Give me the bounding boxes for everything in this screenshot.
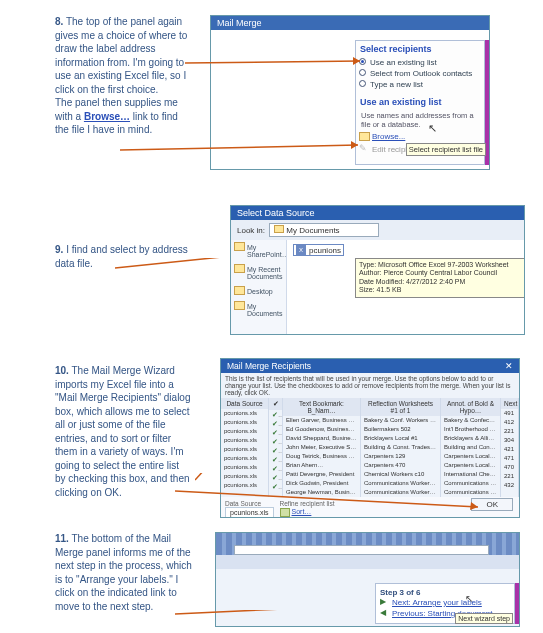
recipients-grid: Data Source pcunions.xlspcunions.xlspcun… <box>221 398 519 497</box>
opt-new-list[interactable]: Type a new list <box>356 79 484 90</box>
mailmerge-title: Mail Merge <box>211 16 489 30</box>
step-11-body: The bottom of the Mail Merge panel infor… <box>55 533 192 612</box>
place-desktop[interactable]: Desktop <box>231 284 286 299</box>
radio-icon[interactable] <box>359 69 366 76</box>
screenshot-11: Step 3 of 6 Next: Arrange your labels Pr… <box>215 532 520 627</box>
lookin-label: Look in: <box>237 226 265 235</box>
ok-button[interactable]: OK <box>471 498 513 511</box>
folder-icon <box>274 225 284 233</box>
mailmerge-pane: Select recipients Use an existing list S… <box>355 40 485 165</box>
sort-link[interactable]: Sort… <box>280 507 335 516</box>
screenshot-8: Mail Merge Select recipients Use an exis… <box>210 15 490 170</box>
step-9-body: I find and select by address data file. <box>55 244 188 269</box>
step-8-number: 8. <box>55 16 63 27</box>
file-pane: Xpcunions Type: Microsoft Office Excel 9… <box>287 240 524 335</box>
lookin-dropdown[interactable]: My Documents <box>269 223 379 237</box>
opt-outlook[interactable]: Select from Outlook contacts <box>356 68 484 79</box>
radio-icon[interactable] <box>359 58 366 65</box>
col-annot[interactable]: Annot. of Bold & Hypo… <box>441 398 500 416</box>
screenshot-9: Select Data Source Look in: My Documents… <box>230 205 525 335</box>
col-data-source[interactable]: Data Source <box>221 398 268 409</box>
cursor-icon: ↖ <box>428 122 437 135</box>
step-10-body: The Mail Merge Wizard imports my Excel f… <box>55 365 191 498</box>
use-existing-sub: Use names and addresses from a file or a… <box>356 110 484 130</box>
excel-icon: X <box>296 245 306 255</box>
place-mydocs[interactable]: My Documents <box>231 299 286 321</box>
next-arrange-labels-link[interactable]: Next: Arrange your labels <box>380 597 510 608</box>
lookin-toolbar: Look in: My Documents <box>231 220 524 240</box>
select-recipients-header: Select recipients <box>356 41 484 57</box>
step-10-number: 10. <box>55 365 69 376</box>
recipients-desc: This is the list of recipients that will… <box>221 373 519 398</box>
step-10-text: 10. The Mail Merge Wizard imports my Exc… <box>0 358 210 518</box>
step-8-text: 8. The top of the panel again gives me a… <box>0 15 210 170</box>
close-icon[interactable]: ✕ <box>505 361 513 371</box>
browse-word: Browse… <box>84 111 130 122</box>
place-recent[interactable]: My Recent Documents <box>231 262 286 284</box>
step-9-text: 9. I find and select by address data fil… <box>0 205 210 335</box>
cursor-icon: ↖ <box>465 593 473 604</box>
col-check[interactable]: ✔ <box>269 398 282 410</box>
opt-existing-list[interactable]: Use an existing list <box>356 57 484 68</box>
label-preview-area <box>216 533 519 569</box>
step-8-para1: The top of the panel again gives me a ch… <box>55 16 187 95</box>
step-9-number: 9. <box>55 244 63 255</box>
col-next[interactable]: Next <box>501 398 518 409</box>
screenshot-10: Mail Merge Recipients✕ This is the list … <box>220 358 520 518</box>
browse-link[interactable]: Browse... <box>356 130 484 143</box>
use-existing-header: Use an existing list <box>356 94 484 110</box>
data-source-box[interactable]: pcunions.xls <box>225 507 274 518</box>
step-11-text: 11. The bottom of the Mail Merge panel i… <box>0 532 210 627</box>
radio-icon[interactable] <box>359 80 366 87</box>
places-bar: My SharePoint… My Recent Documents Deskt… <box>231 240 287 335</box>
select-data-source-title: Select Data Source <box>231 206 524 220</box>
recipients-title: Mail Merge Recipients✕ <box>221 359 519 373</box>
step-11-number: 11. <box>55 533 69 544</box>
refine-label: Refine recipient list <box>280 500 335 507</box>
col-name[interactable]: Text Bookmark: B_Nam… <box>283 398 360 416</box>
next-wizard-tooltip: Next wizard step <box>455 613 513 624</box>
browse-tooltip: Select recipient list file <box>406 143 486 156</box>
file-tooltip: Type: Microsoft Office Excel 97-2003 Wor… <box>355 258 525 298</box>
file-pcunions[interactable]: Xpcunions <box>293 244 344 256</box>
col-org[interactable]: Reflection Worksheets #1 of 1 <box>361 398 440 416</box>
place-sharepoint[interactable]: My SharePoint… <box>231 240 286 262</box>
step-label: Step 3 of 6 <box>380 588 510 597</box>
filter-link[interactable]: Filter… <box>280 516 335 518</box>
ruler <box>234 545 489 555</box>
